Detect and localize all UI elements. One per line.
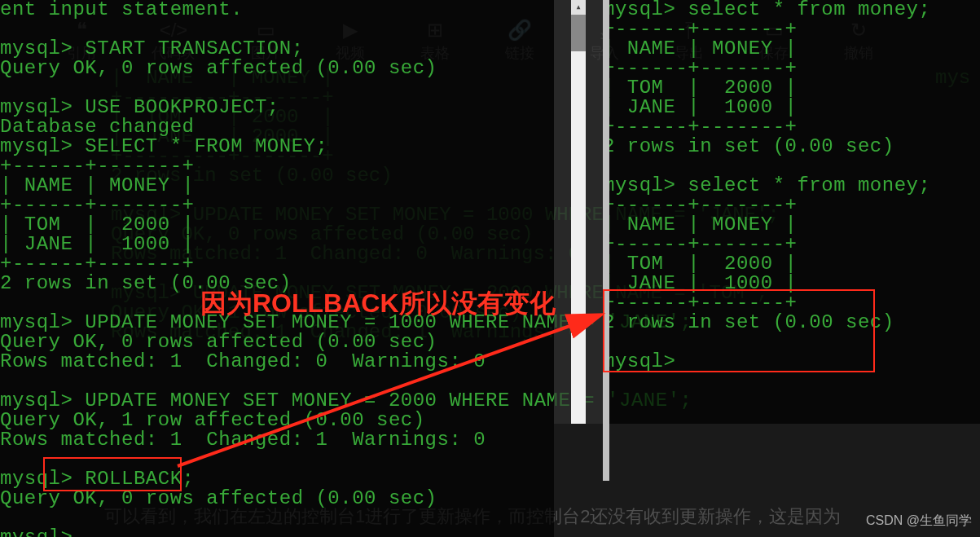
terminal-right[interactable]: mysql> select * from money; +------+----… (603, 0, 980, 424)
scroll-up-icon[interactable]: ▴ (571, 0, 586, 15)
scroll-thumb[interactable] (571, 15, 586, 51)
terminal-left[interactable]: ent input statement. mysql> START TRANSA… (0, 0, 554, 537)
scrollbar[interactable]: ▴ (554, 0, 603, 424)
scroll-track[interactable]: ▴ (571, 0, 586, 424)
watermark: CSDN @生鱼同学 (866, 511, 972, 530)
pane-splitter[interactable] (603, 0, 609, 481)
annotation-text: 因为ROLLBACK所以没有变化 (200, 293, 556, 313)
